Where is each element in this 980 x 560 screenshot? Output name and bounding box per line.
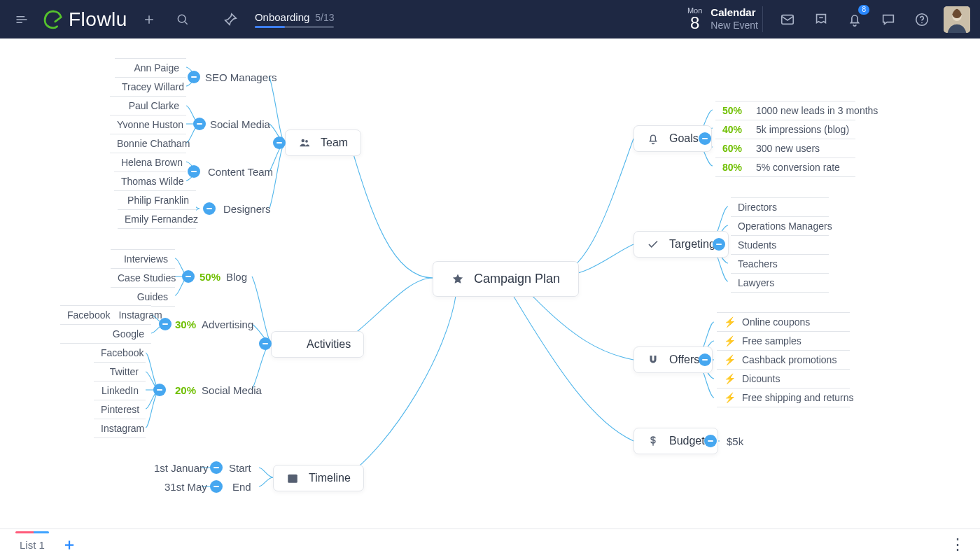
targeting-item[interactable]: Directors <box>731 197 829 217</box>
notes-button[interactable] <box>809 8 833 31</box>
mindmap-center-node[interactable]: Campaign Plan <box>433 261 579 297</box>
leaf-member[interactable]: Philip Franklin <box>118 190 196 210</box>
offer-item[interactable]: ⚡Free shipping and returns <box>717 388 850 407</box>
team-content-members: Helena Brown Thomas Wilde <box>114 153 186 191</box>
leaf-member[interactable]: Paul Clarke <box>110 96 186 115</box>
leaf-item[interactable]: Instagram <box>94 419 146 438</box>
team-seo-label[interactable]: SEO Managers <box>205 71 277 83</box>
leaf-member[interactable]: Emily Fernandez <box>118 209 196 229</box>
collapse-content[interactable] <box>188 165 200 178</box>
bolt-icon: ⚡ <box>724 354 734 365</box>
bolt-icon: ⚡ <box>724 373 734 384</box>
collapse-designers[interactable] <box>203 202 216 215</box>
team-content-label[interactable]: Content Team <box>208 166 273 178</box>
team-designers-members: Philip Franklin Emily Fernandez <box>118 190 196 229</box>
leaf-member[interactable]: Yvonne Huston <box>110 115 186 134</box>
team-social-label[interactable]: Social Media <box>210 118 270 130</box>
activities-blog[interactable]: 50%Blog <box>200 271 247 283</box>
collapse-goals[interactable] <box>699 132 711 145</box>
calendar-widget[interactable]: Mon 8 Calendar New Event <box>687 6 763 31</box>
help-button[interactable] <box>910 8 934 31</box>
pin-button[interactable] <box>218 8 242 31</box>
tab-list-1[interactable]: List 1 <box>15 532 49 558</box>
node-team[interactable]: Team <box>285 130 361 156</box>
leaf-item[interactable]: Pinterest <box>94 400 146 419</box>
svg-point-3 <box>921 22 922 22</box>
timeline-start-label[interactable]: Start <box>229 462 251 474</box>
leaf-member[interactable]: Tracey Willard <box>115 77 186 97</box>
create-new-button[interactable] <box>137 8 161 31</box>
collapse-act-social[interactable] <box>153 384 166 396</box>
offers-label: Offers <box>669 354 699 366</box>
collapse-budget[interactable] <box>704 435 717 447</box>
leaf-item[interactable]: Twitter <box>94 362 146 382</box>
offer-item[interactable]: ⚡Dicounts <box>717 369 850 388</box>
brand-logo[interactable]: Flowlu <box>43 8 127 31</box>
offer-item[interactable]: ⚡Free samples <box>717 331 850 351</box>
footer-more-button[interactable]: ⋮ <box>950 536 965 554</box>
goal-item[interactable]: 60%300 new users <box>715 139 855 158</box>
collapse-team-social[interactable] <box>193 118 206 130</box>
onboarding-label: Onboarding <box>255 11 309 23</box>
svg-point-7 <box>305 140 308 143</box>
team-label: Team <box>321 136 348 149</box>
offer-item[interactable]: ⚡Cashback promotions <box>717 350 850 370</box>
leaf-member[interactable]: Helena Brown <box>114 153 186 172</box>
node-activities[interactable]: Activities <box>271 331 364 358</box>
collapse-targeting[interactable] <box>713 238 725 251</box>
sidebar-toggle[interactable] <box>10 8 34 31</box>
timeline-start-value[interactable]: 1st January <box>154 462 209 474</box>
leaf-member[interactable]: Bonnie Chatham <box>110 134 186 153</box>
targeting-item[interactable]: Operations Managers <box>731 216 829 236</box>
leaf-member[interactable]: Ann Paige <box>115 58 186 78</box>
targeting-item[interactable]: Lawyers <box>731 273 829 293</box>
notifications-button[interactable]: 8 <box>843 8 867 31</box>
collapse-blog[interactable] <box>182 270 195 283</box>
offer-item[interactable]: ⚡Online coupons <box>717 312 850 332</box>
collapse-activities[interactable] <box>259 337 272 350</box>
collapse-seo[interactable] <box>188 71 200 83</box>
calendar-new-event: New Event <box>710 20 758 32</box>
leaf-item[interactable]: Guides <box>111 287 175 307</box>
leaf-item[interactable]: FacebookInstagram <box>60 305 151 325</box>
goal-item[interactable]: 50%1000 new leads in 3 months <box>715 101 855 120</box>
goals-label: Goals <box>669 132 699 145</box>
team-designers-label[interactable]: Designers <box>223 203 271 215</box>
leaf-member[interactable]: Thomas Wilde <box>114 172 186 191</box>
social-items: Facebook Twitter LinkedIn Pinterest Inst… <box>94 343 146 438</box>
leaf-item[interactable]: Google <box>60 324 151 344</box>
budget-value[interactable]: $5k <box>727 435 743 447</box>
leaf-item[interactable]: Interviews <box>111 249 175 269</box>
inbox-button[interactable] <box>776 8 799 31</box>
bell-icon <box>647 132 659 145</box>
leaf-item[interactable]: Case Studies <box>111 268 175 288</box>
dollar-icon <box>647 435 659 447</box>
center-label: Campaign Plan <box>474 272 560 286</box>
svg-rect-8 <box>288 475 298 483</box>
targeting-item[interactable]: Students <box>731 235 829 255</box>
add-tab-button[interactable]: ＋ <box>62 534 77 555</box>
activities-social[interactable]: 20%Social Media <box>175 384 262 396</box>
collapse-timeline-start[interactable] <box>210 461 223 474</box>
targeting-item[interactable]: Teachers <box>731 254 829 274</box>
svg-point-0 <box>178 15 186 22</box>
user-avatar[interactable] <box>944 6 970 33</box>
node-timeline[interactable]: Timeline <box>273 465 364 491</box>
search-button[interactable] <box>171 8 195 31</box>
chat-button[interactable] <box>876 8 900 31</box>
collapse-timeline-end[interactable] <box>210 480 223 493</box>
timeline-end-value[interactable]: 31st May <box>164 481 207 493</box>
brand-name: Flowlu <box>69 8 127 31</box>
goal-item[interactable]: 40%5k impressions (blog) <box>715 120 855 139</box>
notification-badge: 8 <box>858 5 869 15</box>
collapse-offers[interactable] <box>699 354 711 366</box>
timeline-end-label[interactable]: End <box>232 481 251 493</box>
leaf-item[interactable]: Facebook <box>94 343 146 363</box>
collapse-team[interactable] <box>273 136 286 149</box>
activities-advertising[interactable]: 30%Advertising <box>175 318 253 330</box>
goal-item[interactable]: 80%5% conversion rate <box>715 158 855 177</box>
onboarding-widget[interactable]: Onboarding 5/13 <box>255 11 335 28</box>
blog-items: Interviews Case Studies Guides <box>111 249 175 307</box>
leaf-item[interactable]: LinkedIn <box>94 381 146 400</box>
mindmap-canvas[interactable]: Campaign Plan Team SEO Managers Ann Paig… <box>0 38 980 528</box>
